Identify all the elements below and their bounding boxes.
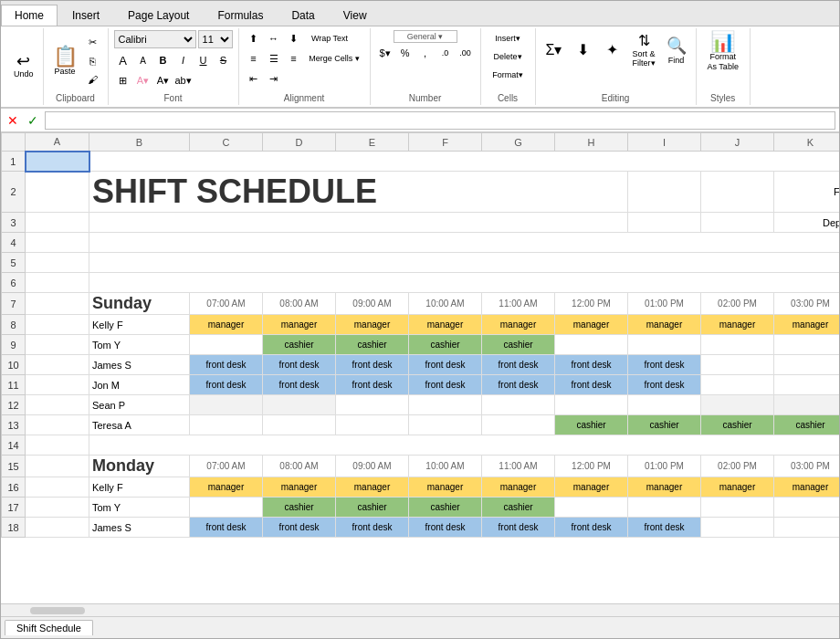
time-8am-sun[interactable]: 08:00 AM [263,293,336,315]
cancel-formula-button[interactable]: ✕ [5,113,21,128]
cell-b4[interactable] [89,233,840,253]
sean-p-sun-8[interactable] [263,395,336,415]
james-s-mon-9[interactable]: front desk [336,518,409,538]
cell-a14[interactable] [26,435,89,456]
kelly-f-mon-10[interactable]: manager [409,477,482,498]
kelly-f-mon-8[interactable]: manager [263,477,336,498]
tom-y-sun-13[interactable] [628,335,701,355]
kelly-f-sun-12[interactable]: manager [555,315,628,335]
teresa-a-sun-10[interactable] [409,415,482,435]
james-s-sun-10[interactable]: front desk [409,355,482,375]
jon-m-sun-name[interactable]: Jon M [89,375,190,395]
time-11am-sun[interactable]: 11:00 AM [482,293,555,315]
tom-y-mon-10[interactable]: cashier [409,498,482,518]
kelly-f-sun-9[interactable]: manager [336,315,409,335]
fill-button[interactable]: ⬇ [571,39,596,60]
cell-a9[interactable] [26,335,89,355]
tab-view[interactable]: View [330,5,381,26]
cell-a11[interactable] [26,375,89,395]
monday-header[interactable]: Monday [89,456,190,477]
increase-font-button[interactable]: A [114,52,132,68]
cell-a13[interactable] [26,415,89,435]
tom-y-sun-14[interactable] [701,335,774,355]
tab-data[interactable]: Data [278,5,328,26]
kelly-f-mon-7[interactable]: manager [190,477,263,498]
italic-button[interactable]: I [174,52,193,68]
kelly-f-sun-name[interactable]: Kelly F [89,315,190,335]
teresa-a-sun-14[interactable]: cashier [701,415,774,435]
teresa-a-sun-8[interactable] [263,415,336,435]
formula-input[interactable] [45,111,835,130]
week-of-label-cell[interactable]: For the Week of: [774,172,840,213]
shift-schedule-title[interactable]: SHIFT SCHEDULE [89,172,628,213]
james-s-sun-name[interactable]: James S [89,355,190,375]
currency-button[interactable]: $▾ [376,45,394,61]
kelly-f-mon-9[interactable]: manager [336,477,409,498]
james-s-sun-8[interactable]: front desk [263,355,336,375]
time-10am-mon[interactable]: 10:00 AM [409,456,482,477]
sean-p-sun-14[interactable] [701,395,774,415]
tab-page-layout[interactable]: Page Layout [114,5,203,26]
kelly-f-sun-8[interactable]: manager [263,315,336,335]
tom-y-sun-8[interactable]: cashier [263,335,336,355]
james-s-mon-15[interactable] [774,518,840,538]
bold-button[interactable]: B [154,52,173,68]
james-s-sun-12[interactable]: front desk [555,355,628,375]
time-11am-mon[interactable]: 11:00 AM [482,456,555,477]
sheet-tab-shift-schedule[interactable]: Shift Schedule [5,620,93,635]
decrease-font-button[interactable]: A [134,52,152,68]
tom-y-sun-15[interactable] [774,335,840,355]
kelly-f-sun-15[interactable]: manager [774,315,840,335]
comma-button[interactable]: , [416,45,435,61]
cell-h3[interactable] [628,213,701,233]
cell-a16[interactable] [26,477,89,498]
cell-b5[interactable] [89,253,840,273]
james-s-mon-7[interactable]: front desk [190,518,263,538]
cell-a10[interactable] [26,355,89,375]
tom-y-mon-13[interactable] [628,498,701,518]
sean-p-sun-9[interactable] [336,395,409,415]
kelly-f-mon-11[interactable]: manager [482,477,555,498]
cell-a2[interactable] [26,172,89,213]
dept-label-cell[interactable]: Department Name: [774,213,840,233]
tab-home[interactable]: Home [1,5,58,26]
jon-m-sun-15[interactable] [774,375,840,395]
teresa-a-sun-11[interactable] [482,415,555,435]
tom-y-mon-9[interactable]: cashier [336,498,409,518]
teresa-a-sun-12[interactable]: cashier [555,415,628,435]
cell-a15[interactable] [26,456,89,477]
indent-decrease-button[interactable]: ⇤ [245,70,263,87]
merge-cells-button[interactable]: Merge Cells ▾ [305,50,364,67]
james-s-mon-11[interactable]: front desk [482,518,555,538]
font-size-select[interactable]: 11 [198,30,233,48]
kelly-f-sun-7[interactable]: manager [190,315,263,335]
cell-a6[interactable] [26,273,89,293]
underline-button[interactable]: U [194,52,213,68]
align-left-button[interactable]: ≡ [245,50,263,67]
sunday-header[interactable]: Sunday [89,293,190,315]
format-painter-button[interactable]: 🖌 [84,71,102,88]
cell-a18[interactable] [26,518,89,538]
cell-b14[interactable] [89,435,840,456]
format-cells-button[interactable]: Format▾ [488,67,527,83]
kelly-f-mon-13[interactable]: manager [628,477,701,498]
sean-p-sun-7[interactable] [190,395,263,415]
wrap-text-button[interactable]: Wrap Text [305,30,355,47]
cell-a5[interactable] [26,253,89,273]
format-as-table-button[interactable]: 📊 FormatAs Table [702,30,744,74]
time-7am-sun[interactable]: 07:00 AM [190,293,263,315]
tom-y-sun-11[interactable]: cashier [482,335,555,355]
tom-y-mon-11[interactable]: cashier [482,498,555,518]
jon-m-sun-12[interactable]: front desk [555,375,628,395]
fill-color-button[interactable]: A▾ [134,72,152,89]
sean-p-sun-13[interactable] [628,395,701,415]
time-9am-mon[interactable]: 09:00 AM [336,456,409,477]
percent-button[interactable]: % [396,45,415,61]
time-9am-sun[interactable]: 09:00 AM [336,293,409,315]
cell-a7[interactable] [26,293,89,315]
horizontal-scrollbar[interactable] [1,603,839,616]
cell-i2[interactable] [701,172,774,213]
sean-p-sun-name[interactable]: Sean P [89,395,190,415]
time-1pm-mon[interactable]: 01:00 PM [628,456,701,477]
james-s-sun-15[interactable] [774,355,840,375]
